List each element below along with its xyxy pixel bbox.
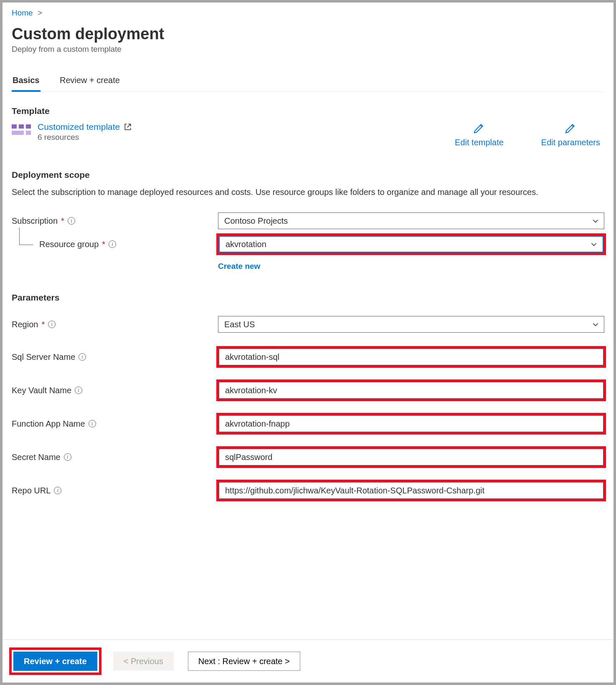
breadcrumb: Home >	[12, 8, 604, 18]
tab-basics[interactable]: Basics	[12, 71, 41, 92]
create-new-link[interactable]: Create new	[218, 262, 260, 271]
resource-group-select[interactable]	[219, 236, 603, 253]
info-icon[interactable]: i	[54, 487, 61, 494]
key-vault-name-label: Key Vault Name i	[12, 386, 218, 395]
region-label: Region* i	[12, 320, 218, 329]
secret-name-label: Secret Name i	[12, 452, 218, 462]
pencil-icon	[564, 122, 577, 134]
template-icon	[12, 124, 31, 140]
subscription-select[interactable]	[218, 212, 604, 229]
resource-count: 6 resources	[38, 133, 132, 142]
function-app-name-label: Function App Name i	[12, 419, 218, 429]
info-icon[interactable]: i	[48, 321, 56, 328]
scope-description: Select the subscription to manage deploy…	[12, 186, 563, 198]
tree-branch-icon	[19, 227, 33, 245]
customized-template-link[interactable]: Customized template	[38, 122, 132, 131]
edit-template-button[interactable]: Edit template	[455, 122, 504, 147]
page-title: Custom deployment	[12, 25, 604, 43]
tab-review-create[interactable]: Review + create	[59, 71, 121, 90]
section-parameters-header: Parameters	[12, 293, 604, 303]
info-icon[interactable]: i	[109, 240, 116, 248]
tabs: Basics Review + create	[12, 71, 604, 92]
info-icon[interactable]: i	[89, 420, 96, 427]
previous-button: < Previous	[113, 652, 174, 671]
repo-url-label: Repo URL i	[12, 486, 218, 495]
external-link-icon	[124, 123, 132, 131]
repo-url-input[interactable]	[219, 482, 603, 499]
page-subtitle: Deploy from a custom template	[12, 45, 604, 54]
section-template-header: Template	[12, 106, 604, 116]
info-icon[interactable]: i	[64, 453, 71, 461]
review-create-button[interactable]: Review + create	[13, 652, 97, 671]
info-icon[interactable]: i	[75, 387, 82, 394]
chevron-right-icon: >	[38, 8, 42, 17]
resource-group-label: Resource group* i	[39, 240, 218, 249]
info-icon[interactable]: i	[79, 353, 86, 361]
pencil-icon	[473, 122, 485, 134]
function-app-name-input[interactable]	[219, 415, 603, 432]
secret-name-input[interactable]	[219, 449, 603, 465]
subscription-label: Subscription* i	[12, 216, 218, 226]
footer: Review + create < Previous Next : Review…	[3, 640, 613, 682]
breadcrumb-home[interactable]: Home	[12, 8, 33, 17]
sql-server-name-input[interactable]	[219, 349, 603, 365]
edit-parameters-button[interactable]: Edit parameters	[541, 122, 600, 147]
next-button[interactable]: Next : Review + create >	[188, 652, 300, 671]
section-scope-header: Deployment scope	[12, 170, 604, 180]
info-icon[interactable]: i	[68, 217, 75, 225]
sql-server-name-label: Sql Server Name i	[12, 352, 218, 362]
key-vault-name-input[interactable]	[219, 382, 603, 399]
region-select[interactable]	[218, 316, 604, 333]
